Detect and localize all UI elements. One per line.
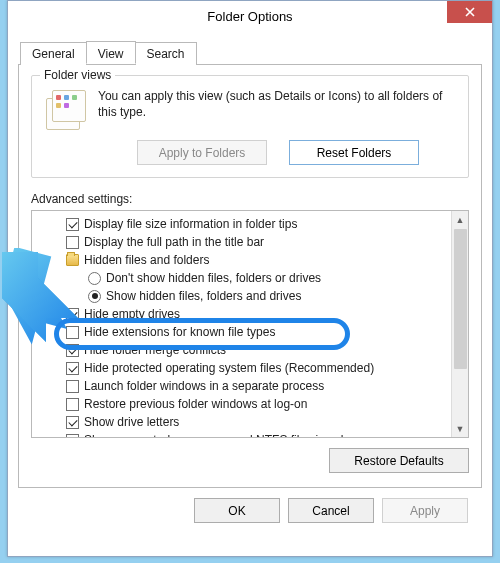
item-label: Display the full path in the title bar <box>84 235 264 249</box>
tab-view[interactable]: View <box>86 41 136 64</box>
item-label: Launch folder windows in a separate proc… <box>84 379 324 393</box>
list-item[interactable]: Hide folder merge conflicts <box>36 341 449 359</box>
tab-strip: General View Search <box>18 41 482 65</box>
checkbox[interactable] <box>66 380 79 393</box>
list-item[interactable]: Launch folder windows in a separate proc… <box>36 377 449 395</box>
tab-panel-view: Folder views You can apply this view (su… <box>18 65 482 488</box>
checkbox[interactable] <box>66 308 79 321</box>
checkbox[interactable] <box>66 434 79 438</box>
apply-button[interactable]: Apply <box>382 498 468 523</box>
apply-to-folders-button[interactable]: Apply to Folders <box>137 140 267 165</box>
list-item[interactable]: Don't show hidden files, folders or driv… <box>36 269 449 287</box>
close-button[interactable] <box>447 1 492 23</box>
item-label: Hide empty drives <box>84 307 180 321</box>
restore-defaults-row: Restore Defaults <box>31 448 469 473</box>
list-inner: Display file size information in folder … <box>32 211 451 437</box>
checkbox[interactable] <box>66 416 79 429</box>
advanced-settings-list[interactable]: Display file size information in folder … <box>31 210 469 438</box>
item-label: Don't show hidden files, folders or driv… <box>106 271 321 285</box>
folder-views-label: Folder views <box>40 68 115 82</box>
item-label: Display file size information in folder … <box>84 217 297 231</box>
folder-views-group: Folder views You can apply this view (su… <box>31 75 469 178</box>
tab-search[interactable]: Search <box>135 42 197 65</box>
list-item[interactable]: Hide protected operating system files (R… <box>36 359 449 377</box>
radio[interactable] <box>88 290 101 303</box>
dialog-buttons: OK Cancel Apply <box>18 488 482 523</box>
radio[interactable] <box>88 272 101 285</box>
checkbox[interactable] <box>66 344 79 357</box>
scroll-up-icon[interactable]: ▲ <box>452 211 468 228</box>
item-label: Hidden files and folders <box>84 253 209 267</box>
checkbox[interactable] <box>66 362 79 375</box>
checkbox[interactable] <box>66 218 79 231</box>
list-item[interactable]: Show encrypted or compressed NTFS files … <box>36 431 449 437</box>
cancel-button[interactable]: Cancel <box>288 498 374 523</box>
list-item[interactable]: Restore previous folder windows at log-o… <box>36 395 449 413</box>
item-label: Show hidden files, folders and drives <box>106 289 301 303</box>
list-item[interactable]: Hidden files and folders <box>36 251 449 269</box>
item-label: Hide extensions for known file types <box>84 325 275 339</box>
tab-general[interactable]: General <box>20 42 87 65</box>
scroll-down-icon[interactable]: ▼ <box>452 420 468 437</box>
client-area: General View Search Folder views You can… <box>8 31 492 531</box>
folder-views-buttons: Apply to Folders Reset Folders <box>98 140 458 165</box>
advanced-settings-label: Advanced settings: <box>31 192 469 206</box>
list-item[interactable]: Display the full path in the title bar <box>36 233 449 251</box>
item-label: Hide folder merge conflicts <box>84 343 226 357</box>
list-item[interactable]: Hide empty drives <box>36 305 449 323</box>
titlebar: Folder Options <box>8 1 492 31</box>
folder-icon <box>66 254 79 266</box>
list-item[interactable]: Hide extensions for known file types <box>36 323 449 341</box>
item-label: Show encrypted or compressed NTFS files … <box>84 433 361 437</box>
list-item[interactable]: Display file size information in folder … <box>36 215 449 233</box>
checkbox[interactable] <box>66 326 79 339</box>
reset-folders-button[interactable]: Reset Folders <box>289 140 419 165</box>
item-label: Show drive letters <box>84 415 179 429</box>
scrollbar[interactable]: ▲ ▼ <box>451 211 468 437</box>
item-label: Hide protected operating system files (R… <box>84 361 374 375</box>
scroll-thumb[interactable] <box>454 229 467 369</box>
close-icon <box>465 7 475 17</box>
window-title: Folder Options <box>207 9 292 24</box>
folder-views-desc: You can apply this view (such as Details… <box>98 86 458 120</box>
folder-views-row: You can apply this view (such as Details… <box>42 86 458 130</box>
folder-options-window: Folder Options General View Search Folde… <box>7 0 493 557</box>
checkbox[interactable] <box>66 398 79 411</box>
checkbox[interactable] <box>66 236 79 249</box>
ok-button[interactable]: OK <box>194 498 280 523</box>
restore-defaults-button[interactable]: Restore Defaults <box>329 448 469 473</box>
item-label: Restore previous folder windows at log-o… <box>84 397 307 411</box>
list-item[interactable]: Show drive letters <box>36 413 449 431</box>
folder-views-icon <box>46 90 86 130</box>
list-item[interactable]: Show hidden files, folders and drives <box>36 287 449 305</box>
